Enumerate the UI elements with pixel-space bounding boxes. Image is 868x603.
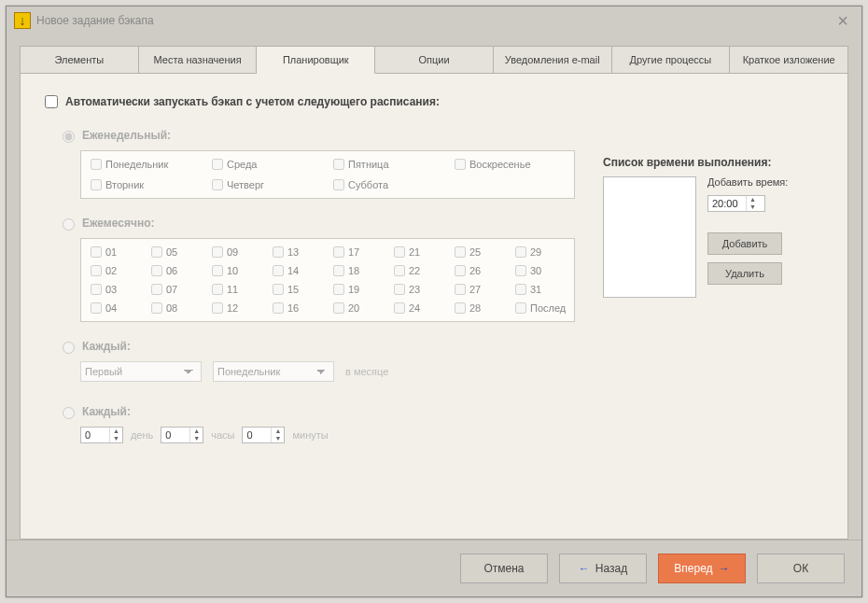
spinner-up-icon[interactable]: ▲ [190,428,203,435]
month-day-checkbox[interactable] [515,265,526,276]
month-day-label: 07 [166,284,177,295]
auto-run-row: Автоматически запускать бэкап с учетом с… [41,92,827,111]
day-sun-checkbox[interactable] [455,159,466,170]
spinner-down-icon[interactable]: ▼ [747,203,759,211]
month-day-checkbox[interactable] [273,265,284,276]
month-day-checkbox[interactable] [91,284,102,295]
cancel-button[interactable]: Отмена [460,554,548,583]
every-interval-radio[interactable] [63,407,75,419]
every-nth-suffix: в месяце [345,366,388,377]
day-thu-checkbox[interactable] [212,179,223,190]
tab-summary[interactable]: Краткое изложение [730,46,848,74]
month-day-checkbox[interactable] [394,265,405,276]
schedule-options-column: Еженедельный: Понедельник Среда Пятница … [41,128,575,443]
every-nth-label: Каждый: [82,340,131,353]
tab-bar: Элементы Места назначения Планировщик Оп… [20,46,848,74]
ok-button[interactable]: ОК [757,554,845,583]
spinner-up-icon[interactable]: ▲ [272,428,284,435]
tab-email-notifications[interactable]: Уведомления e-mail [494,46,612,74]
hour-spinner-input[interactable] [161,428,189,442]
time-input[interactable] [708,196,746,211]
month-day-checkbox[interactable] [91,265,102,276]
weekly-days-grid: Понедельник Среда Пятница Воскресенье Вт… [80,150,575,199]
month-day-checkbox[interactable] [394,284,405,295]
month-day-checkbox[interactable] [394,246,405,258]
month-day-checkbox[interactable] [212,265,223,276]
day-sun-label: Воскресенье [469,159,531,170]
day-tue-checkbox[interactable] [91,179,102,190]
tab-destinations[interactable]: Места назначения [139,46,258,74]
month-day-checkbox[interactable] [273,302,284,314]
month-day-checkbox[interactable] [333,284,344,295]
month-day-checkbox[interactable] [151,302,162,314]
month-day-label: 14 [287,265,299,276]
tab-other-processes[interactable]: Другие процессы [612,46,731,74]
delete-time-button[interactable]: Удалить [707,262,782,285]
day-spinner[interactable]: ▲▼ [80,427,123,443]
month-day-checkbox[interactable] [515,302,526,314]
monthly-radio-row: Ежемесячно: [58,216,575,231]
day-wed-checkbox[interactable] [212,159,223,170]
back-button[interactable]: Назад [559,554,647,583]
month-day-checkbox[interactable] [151,284,162,295]
spinner-down-icon[interactable]: ▼ [272,435,284,442]
time-spinner[interactable]: ▲▼ [707,195,765,212]
minute-spinner[interactable]: ▲▼ [242,427,285,443]
tab-options[interactable]: Опции [375,46,494,74]
weekday-select[interactable]: Понедельник [213,361,334,382]
month-day-cell: 20 [329,299,386,317]
next-button[interactable]: Вперед [658,554,746,583]
spinner-up-icon[interactable]: ▲ [747,196,759,203]
spinner-down-icon[interactable]: ▼ [190,435,203,442]
day-spinner-input[interactable] [81,428,109,442]
month-day-label: 02 [105,265,117,276]
month-day-cell: 03 [87,280,144,299]
tab-scheduler[interactable]: Планировщик [257,46,375,74]
month-day-checkbox[interactable] [273,284,284,295]
month-day-checkbox[interactable] [333,265,344,276]
day-mon-checkbox[interactable] [91,159,102,170]
month-day-checkbox[interactable] [151,265,162,276]
month-day-checkbox[interactable] [91,246,102,258]
month-day-checkbox[interactable] [455,284,466,295]
month-day-checkbox[interactable] [515,284,526,295]
month-day-checkbox[interactable] [212,246,223,258]
hour-spinner[interactable]: ▲▼ [161,427,203,443]
window-title: Новое задание бэкапа [36,14,154,27]
month-day-checkbox[interactable] [333,246,344,258]
month-day-checkbox[interactable] [455,302,466,314]
close-icon[interactable]: × [832,10,854,32]
month-day-label: Послед [530,302,566,314]
month-day-checkbox[interactable] [333,302,344,314]
spinner-up-icon[interactable]: ▲ [110,428,122,435]
month-day-checkbox[interactable] [151,246,162,258]
auto-run-checkbox[interactable] [45,95,58,108]
add-time-button[interactable]: Добавить [707,232,782,255]
month-day-label: 23 [409,284,420,295]
day-fri-checkbox[interactable] [333,159,344,170]
minute-spinner-input[interactable] [243,428,271,442]
month-day-cell: 01 [87,243,144,261]
month-day-checkbox[interactable] [394,302,405,314]
month-day-checkbox[interactable] [455,265,466,276]
month-day-cell: 22 [390,261,447,280]
month-day-checkbox[interactable] [515,246,526,258]
day-sat-checkbox[interactable] [333,179,344,190]
month-day-checkbox[interactable] [91,302,102,314]
ordinal-select[interactable]: Первый [80,361,202,382]
month-day-checkbox[interactable] [212,302,223,314]
month-day-label: 04 [105,302,117,314]
weekly-radio[interactable] [63,131,75,143]
month-day-checkbox[interactable] [273,246,284,258]
time-listbox[interactable] [603,176,696,298]
month-day-checkbox[interactable] [455,246,466,258]
day-tue-label: Вторник [105,179,144,190]
spinner-down-icon[interactable]: ▼ [110,435,122,442]
time-list-header: Список времени выполнения: [603,156,827,169]
month-day-checkbox[interactable] [212,284,223,295]
month-day-label: 22 [409,265,420,276]
tab-elements[interactable]: Элементы [20,46,139,74]
every-nth-radio[interactable] [63,342,75,354]
month-day-cell: 28 [451,299,508,317]
monthly-radio[interactable] [63,218,75,231]
